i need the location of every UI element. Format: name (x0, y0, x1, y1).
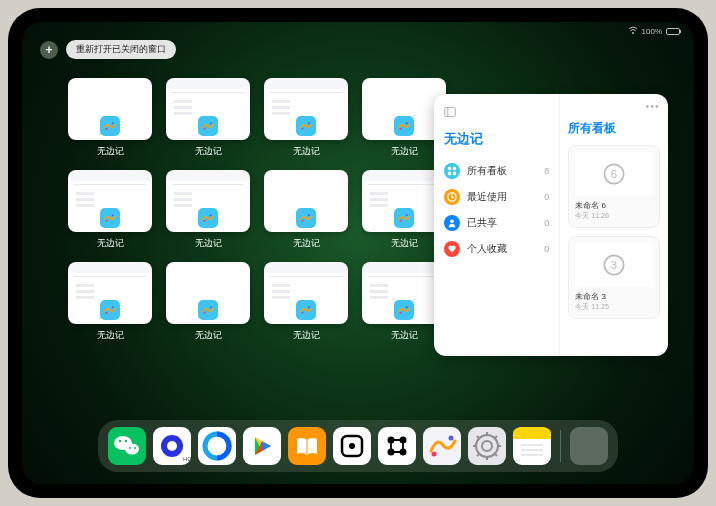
category-count: 8 (544, 166, 549, 176)
svg-point-17 (112, 306, 114, 308)
window-tiles-grid: 无边记 无边记 无边记 无边记 无边记 无边记 无边记 无边记 无边记 无边记 … (68, 78, 448, 342)
panel-sidebar: 无边记 所有看板 8 最近使用 0 已共享 0 个人收藏 0 (434, 94, 560, 356)
tile-label: 无边记 (97, 145, 124, 158)
category-count: 0 (544, 244, 549, 254)
new-window-button[interactable]: + (40, 41, 58, 59)
svg-point-38 (125, 444, 139, 455)
category-label: 所有看板 (467, 164, 507, 178)
svg-point-2 (203, 128, 205, 130)
svg-point-13 (308, 214, 310, 216)
dock-play-icon[interactable] (243, 427, 281, 465)
tile-label: 无边记 (391, 329, 418, 342)
tile-label: 无边记 (97, 329, 124, 342)
dock-nodes-icon[interactable] (378, 427, 416, 465)
category-heart[interactable]: 个人收藏 0 (444, 236, 549, 262)
board-name: 未命名 6 (575, 200, 653, 211)
svg-point-39 (119, 440, 121, 442)
dock-quark-icon[interactable]: HD (153, 427, 191, 465)
svg-point-1 (112, 122, 114, 124)
svg-text:HD: HD (183, 456, 191, 462)
svg-rect-76 (513, 436, 551, 439)
board-item[interactable]: 3 未命名 3 今天 11:25 (568, 236, 660, 319)
freeform-icon (100, 300, 120, 320)
freeform-icon (198, 208, 218, 228)
svg-rect-55 (378, 427, 416, 465)
window-tile[interactable]: 无边记 (68, 262, 152, 342)
tile-label: 无边记 (293, 145, 320, 158)
svg-point-4 (301, 128, 303, 130)
svg-point-7 (406, 122, 408, 124)
category-person[interactable]: 已共享 0 (444, 210, 549, 236)
clock-icon (444, 189, 460, 205)
dock-app-library-icon[interactable] (570, 427, 608, 465)
svg-point-10 (203, 220, 205, 222)
window-tile[interactable]: 无边记 (264, 78, 348, 158)
status-bar: 100% (628, 26, 680, 36)
svg-rect-29 (453, 172, 456, 175)
tile-thumbnail (166, 262, 250, 324)
category-label: 最近使用 (467, 190, 507, 204)
dock-notes-icon[interactable] (513, 427, 551, 465)
grid-icon (444, 163, 460, 179)
tile-thumbnail (166, 78, 250, 140)
person-icon (444, 215, 460, 231)
svg-point-15 (406, 214, 408, 216)
battery-icon (666, 28, 680, 35)
freeform-icon (296, 116, 316, 136)
dock-wechat-icon[interactable] (108, 427, 146, 465)
board-time: 今天 11:25 (575, 302, 653, 312)
window-tile[interactable]: 无边记 (264, 262, 348, 342)
svg-point-16 (105, 312, 107, 314)
tile-thumbnail (68, 262, 152, 324)
tile-label: 无边记 (293, 329, 320, 342)
dock-freeform-icon[interactable] (423, 427, 461, 465)
window-tile[interactable]: 无边记 (68, 78, 152, 158)
panel-sidebar-header (444, 104, 549, 122)
dock-books-icon[interactable] (288, 427, 326, 465)
window-tile[interactable]: 无边记 (68, 170, 152, 250)
dock-settings-icon[interactable] (468, 427, 506, 465)
tile-label: 无边记 (97, 237, 124, 250)
tile-label: 无边记 (195, 237, 222, 250)
window-tile[interactable]: 无边记 (166, 170, 250, 250)
svg-text:3: 3 (611, 259, 617, 271)
reopen-closed-window-button[interactable]: 重新打开已关闭的窗口 (66, 40, 176, 59)
tile-label: 无边记 (293, 237, 320, 250)
category-clock[interactable]: 最近使用 0 (444, 184, 549, 210)
window-tile[interactable]: 无边记 (166, 78, 250, 158)
svg-point-45 (167, 441, 177, 451)
svg-point-31 (450, 220, 454, 224)
dock-dice-icon[interactable] (333, 427, 371, 465)
panel-title: 无边记 (444, 130, 549, 148)
svg-point-22 (399, 312, 401, 314)
freeform-icon (394, 116, 414, 136)
window-tile[interactable]: 无边记 (166, 262, 250, 342)
svg-point-12 (301, 220, 303, 222)
svg-point-5 (308, 122, 310, 124)
wifi-icon (628, 26, 638, 36)
board-time: 今天 11:26 (575, 211, 653, 221)
freeform-icon (394, 300, 414, 320)
category-label: 已共享 (467, 216, 497, 230)
svg-point-14 (399, 220, 401, 222)
board-thumbnail: 6 (575, 152, 653, 196)
category-grid[interactable]: 所有看板 8 (444, 158, 549, 184)
dock: HD (98, 420, 618, 472)
window-tile[interactable]: 无边记 (264, 170, 348, 250)
tile-thumbnail (264, 78, 348, 140)
freeform-panel: 无边记 所有看板 8 最近使用 0 已共享 0 个人收藏 0 ••• 所有看板 … (434, 94, 668, 356)
svg-point-9 (112, 214, 114, 216)
svg-point-19 (210, 306, 212, 308)
board-item[interactable]: 6 未命名 6 今天 11:26 (568, 145, 660, 228)
freeform-icon (394, 208, 414, 228)
tile-thumbnail (68, 78, 152, 140)
dock-qqbrowser-icon[interactable] (198, 427, 236, 465)
category-label: 个人收藏 (467, 242, 507, 256)
tile-label: 无边记 (195, 145, 222, 158)
more-menu-button[interactable]: ••• (645, 100, 660, 112)
svg-point-42 (134, 447, 136, 449)
svg-point-6 (399, 128, 401, 130)
tile-thumbnail (68, 170, 152, 232)
freeform-icon (198, 300, 218, 320)
panel-content-title: 所有看板 (568, 120, 660, 137)
